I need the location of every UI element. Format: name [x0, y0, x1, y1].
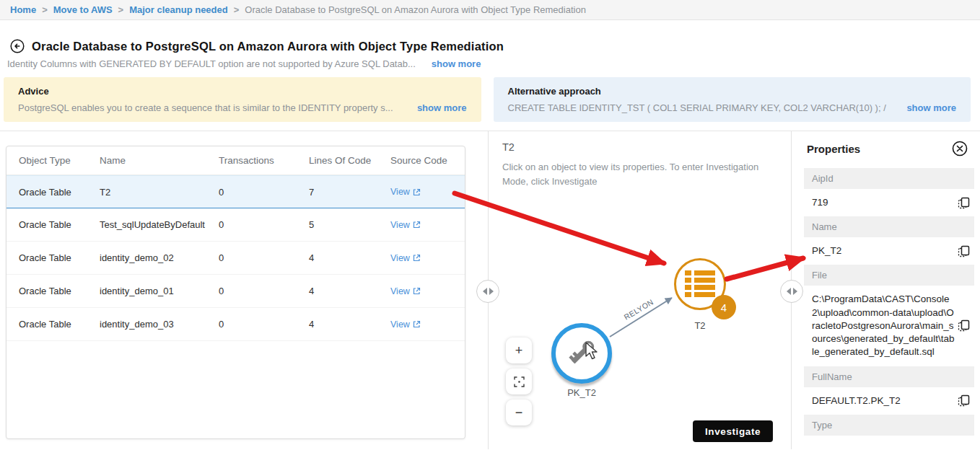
- breadcrumb-move-to-aws[interactable]: Move to AWS: [53, 4, 113, 15]
- cell-transactions: 0: [219, 219, 309, 230]
- graph-node-pk-t2[interactable]: [551, 323, 612, 384]
- cell-lines-of-code: 4: [309, 319, 390, 330]
- advice-box: Advice PostgreSQL enables you to create …: [4, 77, 481, 122]
- alternative-approach-title: Alternative approach: [508, 86, 957, 97]
- copy-icon[interactable]: [958, 319, 970, 332]
- property-label-fullname: FullName: [804, 366, 974, 387]
- table-row[interactable]: Oracle Table T2 0 7 View: [6, 175, 465, 208]
- cell-object-type: Oracle Table: [19, 252, 100, 263]
- cell-lines-of-code: 7: [309, 187, 390, 198]
- cell-name: T2: [100, 187, 219, 198]
- property-value-fullname: DEFAULT.T2.PK_T2: [804, 387, 974, 415]
- fit-to-screen-icon: [514, 376, 525, 387]
- edge-label-relyon: RELYON: [615, 293, 662, 326]
- breadcrumb: Home > Move to AWS > Major cleanup neede…: [0, 0, 980, 20]
- cell-lines-of-code: 4: [309, 286, 390, 296]
- advice-show-more-link[interactable]: show more: [417, 102, 467, 113]
- table-row[interactable]: Oracle Table Test_sqlUpdateByDefault 0 5…: [6, 208, 465, 242]
- breadcrumb-home[interactable]: Home: [10, 4, 36, 15]
- fit-to-screen-button[interactable]: [506, 369, 532, 394]
- cell-name: identity_demo_02: [100, 252, 219, 263]
- copy-icon[interactable]: [958, 245, 970, 257]
- cell-transactions: 0: [219, 252, 309, 263]
- cell-object-type: Oracle Table: [19, 219, 100, 230]
- cell-name: Test_sqlUpdateByDefault: [100, 219, 219, 230]
- object-table-header: Object Type Name Transactions Lines Of C…: [6, 146, 465, 175]
- chevron-left-icon: [483, 288, 487, 295]
- external-link-icon: [413, 287, 421, 295]
- table-row[interactable]: Oracle Table identity_demo_01 0 4 View: [6, 275, 465, 308]
- chevron-right-icon: [489, 288, 494, 295]
- chevron-right-icon: [793, 288, 797, 295]
- close-icon[interactable]: [952, 141, 968, 156]
- zoom-in-button[interactable]: +: [506, 338, 532, 363]
- graph-zoom-controls: + −: [506, 338, 532, 425]
- cell-object-type: Oracle Table: [19, 319, 100, 330]
- page-subtitle: Identity Columns with GENERATED BY DEFAU…: [7, 58, 416, 69]
- subtitle-show-more-link[interactable]: show more: [432, 58, 481, 69]
- column-header-transactions[interactable]: Transactions: [219, 155, 309, 166]
- view-source-link[interactable]: View: [390, 253, 465, 263]
- breadcrumb-separator: >: [234, 4, 240, 15]
- cell-transactions: 0: [219, 286, 309, 296]
- column-header-name[interactable]: Name: [100, 155, 219, 166]
- cell-object-type: Oracle Table: [19, 286, 100, 296]
- node-label-t2: T2: [675, 320, 725, 331]
- cell-transactions: 0: [219, 187, 309, 198]
- cell-object-type: Oracle Table: [19, 187, 100, 198]
- advice-text: PostgreSQL enables you to create a seque…: [18, 102, 403, 113]
- external-link-icon: [413, 254, 421, 262]
- cell-transactions: 0: [219, 319, 309, 330]
- node-label-pk-t2: PK_T2: [556, 387, 607, 398]
- table-icon: [685, 270, 715, 299]
- copy-icon[interactable]: [958, 197, 970, 209]
- key-icon: [565, 337, 598, 370]
- breadcrumb-current: Oracle Database to PostgreSQL on Amazon …: [245, 4, 586, 15]
- cell-lines-of-code: 4: [309, 252, 390, 263]
- external-link-icon: [413, 221, 421, 229]
- breadcrumb-separator: >: [118, 4, 124, 15]
- cell-lines-of-code: 5: [309, 219, 390, 230]
- view-source-link[interactable]: View: [390, 220, 465, 230]
- alternative-approach-text: CREATE TABLE IDENTITY_TST ( COL1 SERIAL …: [508, 102, 893, 113]
- zoom-out-button[interactable]: −: [506, 400, 532, 425]
- alternative-show-more-link[interactable]: show more: [906, 102, 956, 113]
- alternative-approach-box: Alternative approach CREATE TABLE IDENTI…: [494, 77, 971, 122]
- left-panel-collapse-handle[interactable]: [476, 280, 499, 303]
- property-value-file: C:\ProgramData\CAST\Console2\upload\comm…: [804, 286, 974, 366]
- column-header-object-type[interactable]: Object Type: [19, 155, 100, 166]
- properties-title: Properties: [807, 143, 860, 155]
- external-link-icon: [413, 188, 421, 196]
- view-source-link[interactable]: View: [390, 319, 465, 330]
- property-label-type: Type: [804, 415, 974, 436]
- right-panel-collapse-handle[interactable]: [780, 280, 803, 303]
- copy-icon[interactable]: [958, 394, 970, 407]
- breadcrumb-separator: >: [42, 4, 48, 15]
- node-badge-count: 4: [712, 295, 736, 319]
- object-table-card: Object Type Name Transactions Lines Of C…: [6, 146, 465, 439]
- column-header-source-code[interactable]: Source Code: [390, 155, 465, 166]
- column-header-lines-of-code[interactable]: Lines Of Code: [309, 155, 390, 166]
- view-source-link[interactable]: View: [390, 286, 465, 296]
- property-label-file: File: [804, 265, 974, 286]
- chevron-left-icon: [787, 288, 791, 295]
- properties-panel: Properties AipId 719 Name PK_T2: [792, 131, 980, 449]
- advice-title: Advice: [18, 86, 467, 97]
- table-row[interactable]: Oracle Table identity_demo_03 0 4 View: [6, 308, 465, 341]
- property-label-name: Name: [804, 216, 974, 237]
- cell-name: identity_demo_01: [100, 286, 219, 296]
- page-title: Oracle Database to PostgreSQL on Amazon …: [32, 40, 504, 53]
- external-link-icon: [413, 320, 421, 328]
- property-label-aipid: AipId: [804, 168, 974, 189]
- property-value-name: PK_T2: [804, 237, 974, 265]
- back-icon[interactable]: [10, 39, 25, 53]
- graph-selected-object-title: T2: [502, 141, 515, 153]
- graph-hint-text: Click on an object to view its propertie…: [502, 160, 784, 189]
- table-row[interactable]: Oracle Table identity_demo_02 0 4 View: [6, 242, 465, 275]
- property-value-aipid: 719: [804, 189, 974, 216]
- view-source-link[interactable]: View: [390, 187, 465, 197]
- breadcrumb-major-cleanup[interactable]: Major cleanup needed: [129, 4, 228, 15]
- dependency-graph-panel: T2 Click on an object to view its proper…: [488, 131, 792, 449]
- investigate-button[interactable]: Investigate: [693, 420, 773, 442]
- cell-name: identity_demo_03: [100, 319, 219, 330]
